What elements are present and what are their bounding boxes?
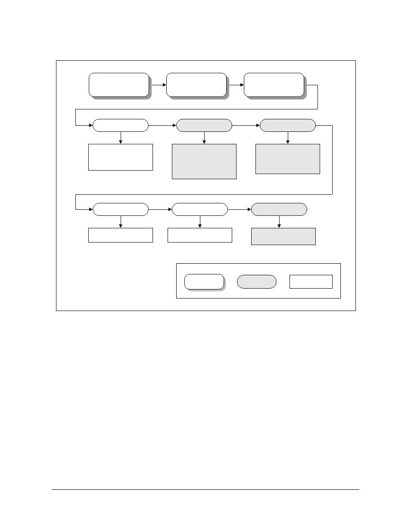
arrow-r2-b-c — [232, 125, 256, 126]
route-r2c-left — [75, 194, 332, 195]
arrow-r3a-detail — [121, 216, 121, 224]
legend-detail-swatch — [290, 275, 333, 289]
route-r2c-right — [316, 125, 332, 126]
route-r1c-down1 — [318, 85, 318, 109]
arrow-r2-a-b — [149, 125, 173, 126]
legend-submenu-swatch — [237, 275, 277, 289]
route-r1c-down2 — [75, 109, 76, 125]
arrow-r3-b-c — [228, 209, 248, 210]
row2-node-c — [260, 119, 316, 132]
route-r2c-into-r3a — [75, 209, 89, 210]
row3-node-a — [93, 203, 149, 216]
arrow-r2c-detail — [288, 132, 288, 140]
legend-menu-swatch — [184, 274, 224, 289]
arrow-r3c-detail — [279, 216, 280, 224]
route-r1c-left — [75, 109, 318, 109]
arrow-r2a-detail — [121, 132, 121, 140]
row2-node-a — [93, 119, 149, 132]
row3-detail-a — [88, 228, 153, 243]
row2-detail-a — [88, 144, 153, 171]
arrowhead-r1-a-b — [163, 83, 166, 87]
arrowhead-r2-a-b — [173, 124, 176, 127]
row1-node-b — [166, 73, 227, 97]
route-r1c-into-r2a — [75, 125, 89, 126]
arrow-r2b-detail — [204, 132, 205, 140]
diagram-frame — [56, 60, 356, 311]
arrowhead-r3c-detail — [277, 224, 281, 228]
route-r2c-down2 — [75, 194, 76, 209]
arrowhead-r2c-detail — [286, 140, 290, 144]
arrowhead-r3-b-c — [248, 208, 251, 211]
arrowhead-r2-b-c — [256, 124, 260, 127]
arrowhead-r2b-detail — [202, 140, 206, 144]
row3-node-b — [172, 203, 228, 216]
route-r2c-down1 — [332, 125, 333, 194]
row3-node-c — [251, 203, 307, 216]
row1-node-c — [244, 73, 304, 97]
row3-detail-b — [168, 228, 232, 243]
row1-node-a — [89, 73, 149, 97]
row2-detail-c — [255, 144, 320, 174]
arrow-r3-a-b — [149, 209, 168, 210]
arrowhead-r3b-detail — [198, 224, 202, 228]
arrowhead-r3a-detail — [119, 224, 122, 228]
page — [0, 0, 411, 532]
legend — [176, 263, 341, 299]
footer-rule — [52, 489, 359, 490]
row2-detail-b — [172, 144, 237, 179]
arrowhead-r3-a-b — [168, 208, 172, 211]
route-r2c-into-r3a-head — [89, 208, 93, 211]
row3-detail-c — [251, 228, 316, 245]
arrow-r1-a-b — [152, 85, 163, 85]
route-r1c-into-r2a-head — [89, 124, 93, 127]
arrowhead-r2a-detail — [119, 140, 122, 144]
arrow-r1-b-c — [229, 85, 240, 85]
row2-node-b — [176, 119, 232, 132]
arrowhead-r1-b-c — [240, 83, 244, 87]
arrow-r3b-detail — [200, 216, 200, 224]
route-r1c-right — [307, 85, 318, 85]
